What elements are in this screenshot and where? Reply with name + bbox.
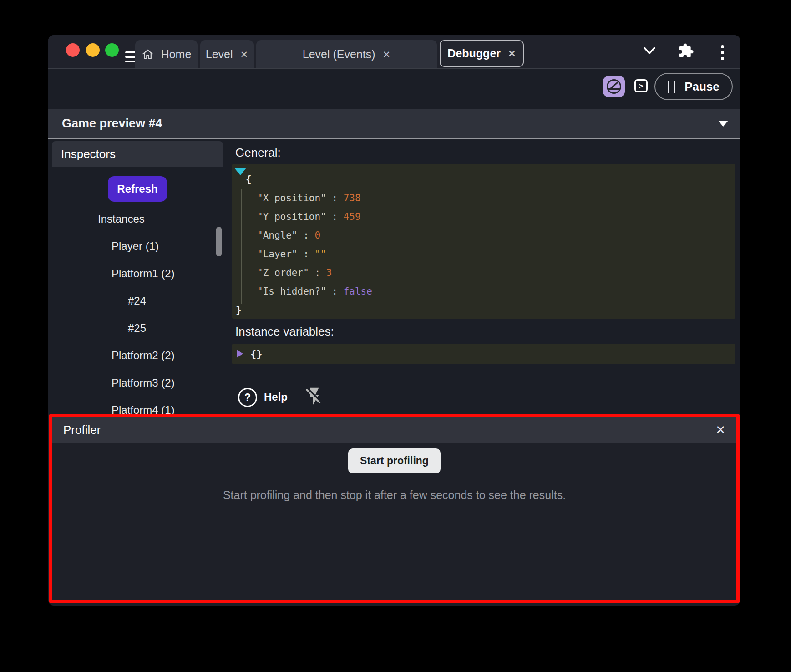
question-mark-icon: ? (244, 392, 251, 404)
json-row: "Y position" : 459 (232, 208, 735, 226)
general-json-view: { "X position" : 738 "Y position" : 459 … (232, 164, 735, 319)
tab-label: Level (Events) (303, 48, 375, 61)
tab-strip: Home Level ✕ Level (Events) ✕ Debugger ✕ (135, 40, 524, 68)
help-label: Help (264, 391, 288, 403)
console-button[interactable]: > (634, 79, 648, 92)
json-key: "Z order" (257, 267, 309, 278)
home-icon (142, 48, 154, 61)
json-separator: : (298, 249, 315, 260)
tab-label: Debugger (447, 47, 501, 60)
json-separator: : (326, 211, 344, 222)
json-key: "Is hidden?" (257, 286, 326, 297)
help-button[interactable]: ? (238, 388, 257, 407)
tree-item-platform2[interactable]: Platform2 (2) (52, 342, 218, 369)
json-value: "" (314, 249, 326, 260)
tab-home[interactable]: Home (135, 40, 198, 68)
kebab-dot (721, 57, 724, 60)
tree-item-instance-24[interactable]: #24 (52, 287, 218, 315)
tab-close-icon[interactable]: ✕ (383, 50, 391, 59)
profiler-header: Profiler ✕ (52, 417, 736, 443)
profiler-panel: Profiler ✕ Start profiling Start profili… (49, 414, 740, 603)
profiler-close-icon[interactable]: ✕ (715, 423, 725, 437)
game-preview-selector[interactable]: Game preview #4 (48, 109, 740, 139)
tab-level-events[interactable]: Level (Events) ✕ (256, 40, 437, 68)
json-close-brace: } (232, 301, 735, 320)
json-separator: : (298, 230, 315, 241)
debugger-window: Home Level ✕ Level (Events) ✕ Debugger ✕ (48, 35, 740, 606)
tree-item-player[interactable]: Player (1) (52, 233, 218, 260)
general-label: General: (235, 146, 281, 160)
tree-item-platform3[interactable]: Platform3 (2) (52, 369, 218, 397)
indent-guide (241, 189, 242, 304)
pause-label: Pause (685, 80, 720, 94)
json-open-brace: { (232, 170, 735, 189)
json-value: false (344, 286, 372, 297)
tree-item-instances[interactable]: Instances (52, 205, 218, 233)
tree-item-instance-25[interactable]: #25 (52, 315, 218, 342)
start-profiling-button[interactable]: Start profiling (348, 448, 441, 473)
pause-icon (668, 81, 675, 93)
inspectors-header: Inspectors (52, 141, 223, 167)
json-separator: : (326, 286, 344, 297)
sidebar-scrollbar-thumb[interactable] (216, 227, 222, 256)
json-value: 738 (344, 193, 361, 204)
console-prompt-icon: > (639, 81, 644, 90)
auto-refresh-off-icon[interactable] (304, 385, 325, 408)
json-key: "Y position" (257, 211, 326, 222)
json-row: "X position" : 738 (232, 189, 735, 208)
instance-variables-view: {} (232, 344, 735, 364)
kebab-dot (721, 45, 724, 48)
profiler-message: Start profiling and then stop it after a… (52, 489, 736, 502)
tab-level[interactable]: Level ✕ (200, 40, 254, 68)
window-minimize-button[interactable] (86, 43, 100, 57)
json-row: "Z order" : 3 (232, 264, 735, 282)
instance-variables-label: Instance variables: (235, 325, 334, 339)
json-key: "Angle" (257, 230, 298, 241)
window-zoom-button[interactable] (105, 43, 119, 57)
speedometer-icon (605, 78, 623, 95)
refresh-button[interactable]: Refresh (108, 176, 167, 202)
chevron-down-icon[interactable] (643, 46, 656, 56)
tab-close-icon[interactable]: ✕ (240, 50, 248, 59)
expand-triangle-icon[interactable] (237, 350, 243, 358)
profiler-body: Start profiling Start profiling and then… (52, 443, 736, 502)
json-row: "Is hidden?" : false (232, 282, 735, 301)
json-key: "X position" (257, 193, 326, 204)
inspectors-tree: Instances Player (1) Platform1 (2) #24 #… (52, 205, 218, 424)
tab-close-icon[interactable]: ✕ (508, 49, 516, 58)
json-key: "Layer" (257, 249, 298, 260)
instance-variables-value: {} (250, 344, 263, 364)
json-separator: : (326, 193, 344, 204)
kebab-menu-icon[interactable] (721, 45, 724, 60)
tab-debugger[interactable]: Debugger ✕ (440, 40, 524, 67)
tab-label: Level (206, 48, 233, 61)
dropdown-caret-icon (718, 121, 728, 127)
json-row: "Angle" : 0 (232, 226, 735, 245)
pause-button[interactable]: Pause (654, 73, 733, 100)
tab-label: Home (161, 48, 192, 61)
extensions-puzzle-icon[interactable] (678, 43, 694, 59)
game-preview-title: Game preview #4 (62, 117, 162, 131)
json-row: "Layer" : "" (232, 245, 735, 264)
json-value: 0 (314, 230, 320, 241)
titlebar: Home Level ✕ Level (Events) ✕ Debugger ✕ (48, 35, 740, 69)
json-separator: : (309, 267, 326, 278)
collapse-triangle-icon[interactable] (234, 168, 246, 175)
kebab-dot (721, 51, 724, 54)
window-close-button[interactable] (66, 43, 80, 57)
json-value: 459 (344, 211, 361, 222)
profiler-title: Profiler (63, 423, 715, 437)
profiler-toggle-button[interactable] (603, 76, 625, 97)
json-value: 3 (326, 267, 332, 278)
tree-item-platform1[interactable]: Platform1 (2) (52, 260, 218, 287)
